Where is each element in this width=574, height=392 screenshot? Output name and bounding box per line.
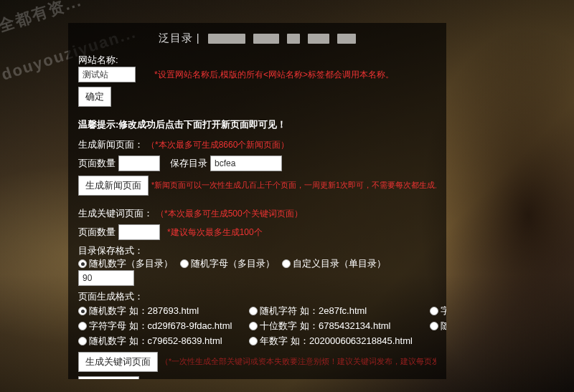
news-section-hint: （*本次最多可生成8660个新闻页面） [146,139,289,151]
radio-icon [249,307,258,315]
radio-icon [78,307,87,315]
kw-count-hint: *建议每次最多生成100个 [167,226,263,239]
news-count-label: 页面数量 [78,157,116,170]
radio-icon [249,337,258,345]
site-name-hint: *设置网站名称后,模版的所有<网站名称>标签都会调用本名称。 [154,69,394,81]
page-title: 泛目录 | [78,32,436,45]
pagefmt-grid: 随机数字 如：287693.html 随机字符 如：2e87fc.html 字母… [78,305,436,348]
pagefmt-option-7[interactable]: 年数字 如：2020006063218845.html [249,335,412,348]
pagefmt-label: 页面生成格式： [78,290,436,303]
dirfmt-label: 目录保存格式： [78,244,436,257]
confirm-button[interactable]: 确定 [78,87,111,107]
news-count-input[interactable] [118,156,160,171]
radio-icon [430,307,438,315]
radio-icon [180,259,189,268]
radio-icon [78,322,87,330]
kw-count-input[interactable] [118,224,160,240]
tip-text: 温馨提示:修改成功后点击下面打开新页面即可见！ [78,118,436,131]
site-name-label: 网站名称: [78,54,436,67]
pagefmt-option-4[interactable]: 十位数字 如：6785432134.html [249,320,412,333]
dirfmt-option-random-letter[interactable]: 随机字母（多目录） [180,257,275,270]
news-dir-label: 保存目录 [170,157,207,170]
radio-icon [430,322,438,330]
kw-count-label: 页面数量 [78,226,116,239]
gen-keyword-hint: （*一次性生成全部关键词或资本失败要注意别烦！建议关键词发布，建议每页发布3次【… [161,357,436,367]
radio-icon [78,337,87,345]
kw-section-label: 生成关键词页面： [78,207,153,220]
pagefmt-option-1[interactable]: 随机字符 如：2e87fc.html [249,305,412,317]
dirfmt-custom-input[interactable] [78,270,134,286]
gen-keyword-button[interactable]: 生成关键词页面 [78,352,158,372]
gen-news-button[interactable]: 生成新闻页面 [78,176,149,196]
pagefmt-option-2[interactable]: 字母数字 如：bdfec-9863.html [430,305,446,317]
radio-icon [78,259,87,268]
radio-icon [282,259,291,268]
pagefmt-option-0[interactable]: 随机数字 如：287693.html [78,305,232,317]
news-section-label: 生成新闻页面： [78,138,144,151]
open-page-button[interactable]: 打开新页面 [78,376,139,379]
config-panel: 泛目录 | 网站名称: *设置网站名称后,模版的所有<网站名称>标签都会调用本名… [68,23,446,379]
pagefmt-option-5[interactable]: 随机字母 如：afcbee.html [430,320,446,333]
pagefmt-option-3[interactable]: 字符字母 如：cd29f678-9fdac.html [78,320,232,333]
dirfmt-option-random-number[interactable]: 随机数字（多目录） [78,257,173,270]
gen-news-hint: *新闻页面可以一次性生成几百上千个页面，一周更新1次即可，不需要每次都生成。以后… [151,181,436,191]
news-dir-input[interactable] [210,156,282,171]
dirfmt-option-custom[interactable]: 自定义目录（单目录） [282,257,386,270]
pagefmt-option-6[interactable]: 随机数字 如：c79652-8639.html [78,335,232,348]
site-name-input[interactable] [78,67,136,82]
kw-section-hint: （*本次最多可生成500个关键词页面） [156,208,303,220]
radio-icon [249,322,258,330]
